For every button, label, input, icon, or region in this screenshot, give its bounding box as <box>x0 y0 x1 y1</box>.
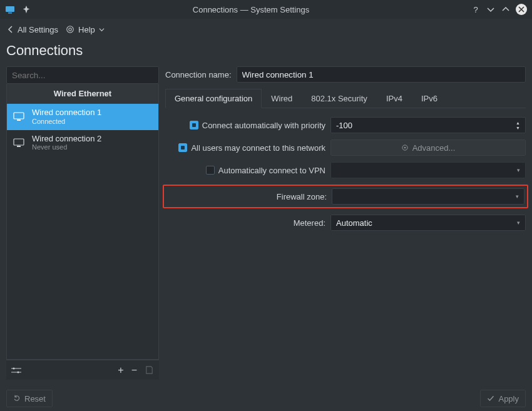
connection-name: Wired connection 1 <box>32 108 101 118</box>
bottom-bar: Reset Apply <box>0 386 532 411</box>
apply-label: Apply <box>498 394 519 403</box>
metered-value: Automatic <box>336 218 372 228</box>
list-footer: + − <box>6 360 159 380</box>
chevron-down-icon: ▾ <box>516 193 519 200</box>
svg-rect-5 <box>17 119 21 121</box>
tab-wired[interactable]: Wired <box>262 89 302 108</box>
help-menu[interactable]: Help <box>66 25 105 34</box>
auto-connect-checkbox[interactable] <box>190 121 198 129</box>
toolbar: All Settings Help <box>0 19 532 40</box>
reset-button: Reset <box>6 390 53 407</box>
priority-spinbox[interactable]: -100 ▲▼ <box>330 117 526 133</box>
firewall-zone-select[interactable]: ▾ <box>332 188 524 205</box>
tab-bar: General configuration Wired 802.1x Secur… <box>165 89 526 108</box>
apply-button: Apply <box>480 390 526 407</box>
priority-value: -100 <box>336 121 352 130</box>
minimize-icon[interactable] <box>486 4 496 14</box>
chevron-down-icon: ▾ <box>517 220 520 226</box>
ethernet-icon <box>12 136 26 150</box>
svg-rect-1 <box>8 13 12 14</box>
spin-down-icon[interactable]: ▼ <box>516 126 520 130</box>
svg-point-13 <box>404 147 406 149</box>
app-icon <box>5 4 15 14</box>
ethernet-icon <box>12 109 26 123</box>
metered-select[interactable]: Automatic ▾ <box>330 215 526 231</box>
connection-status: Never used <box>32 143 101 151</box>
auto-connect-label: Connect automatically with priority <box>202 121 325 130</box>
group-header: Wired Ethernet <box>7 84 158 104</box>
connection-name-label: Connection name: <box>165 70 232 79</box>
advanced-label: Advanced... <box>412 143 456 153</box>
auto-vpn-label: Automatically connect to VPN <box>218 166 325 175</box>
tab-ipv6[interactable]: IPv6 <box>412 89 447 108</box>
maximize-icon[interactable] <box>501 4 511 14</box>
help-icon[interactable]: ? <box>471 4 481 14</box>
vpn-select: ▾ <box>330 162 526 178</box>
all-users-label: All users may connect to this network <box>191 143 325 153</box>
svg-point-2 <box>67 26 74 33</box>
svg-rect-0 <box>6 6 14 12</box>
reset-label: Reset <box>24 394 46 403</box>
svg-rect-7 <box>17 146 21 147</box>
help-label: Help <box>78 25 95 34</box>
auto-vpn-checkbox[interactable] <box>206 166 215 175</box>
close-icon[interactable] <box>516 4 527 15</box>
connection-name-input[interactable] <box>237 66 526 83</box>
window-title: Connections — System Settings <box>31 5 471 14</box>
pin-icon[interactable] <box>21 4 31 14</box>
back-label: All Settings <box>18 25 58 34</box>
tab-general[interactable]: General configuration <box>165 89 262 108</box>
page-title: Connections <box>0 40 532 66</box>
connection-status: Connected <box>32 118 101 126</box>
svg-point-3 <box>69 28 71 31</box>
firewall-label: Firewall zone: <box>277 192 327 201</box>
tab-ipv4[interactable]: IPv4 <box>377 89 412 108</box>
all-users-checkbox[interactable] <box>178 143 187 152</box>
connection-list: Wired Ethernet Wired connection 1 Connec… <box>6 84 159 360</box>
export-icon <box>145 365 154 375</box>
connection-name: Wired connection 2 <box>32 134 101 144</box>
connection-item[interactable]: Wired connection 1 Connected <box>7 104 158 130</box>
svg-rect-4 <box>14 113 24 119</box>
remove-icon[interactable]: − <box>131 365 137 376</box>
chevron-down-icon: ▾ <box>517 167 520 173</box>
connection-item[interactable]: Wired connection 2 Never used <box>7 130 158 156</box>
tab-8021x[interactable]: 802.1x Security <box>302 89 377 108</box>
settings-icon[interactable] <box>11 366 21 375</box>
spin-up-icon[interactable]: ▲ <box>516 121 520 125</box>
metered-label: Metered: <box>294 218 325 228</box>
back-button[interactable]: All Settings <box>8 25 58 34</box>
svg-rect-6 <box>14 139 24 145</box>
search-input[interactable] <box>6 66 159 84</box>
add-icon[interactable]: + <box>118 365 123 376</box>
advanced-button: Advanced... <box>330 140 526 156</box>
titlebar: Connections — System Settings ? <box>0 0 532 19</box>
